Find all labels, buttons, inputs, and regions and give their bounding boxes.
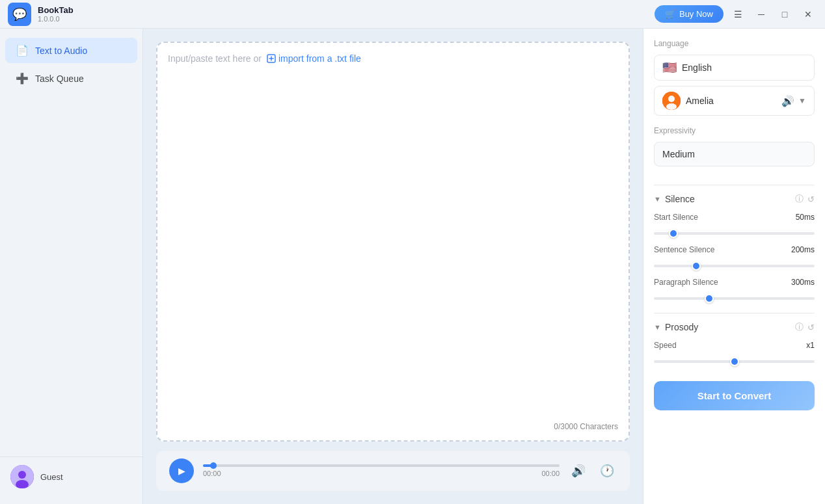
app-name: BookTab	[38, 5, 74, 15]
svg-point-6	[666, 103, 677, 110]
silence-reset-icon[interactable]: ↺	[807, 194, 815, 204]
volume-button[interactable]: 🔊	[569, 461, 588, 481]
prosody-header[interactable]: ▼ Prosody ⓘ ↺	[654, 321, 815, 333]
voice-name: Amelia	[686, 96, 776, 106]
silence-section: ▼ Silence ⓘ ↺ Start Silence 50ms Sentenc…	[654, 193, 815, 302]
maximize-icon: □	[782, 9, 787, 20]
sentence-silence-slider[interactable]	[654, 265, 815, 267]
right-panel: Language 🇺🇸 English Amelia 🔊 ▼ Exp	[643, 29, 825, 504]
app-icon: 💬	[8, 3, 31, 26]
speed-value: x1	[806, 341, 815, 350]
svg-point-1	[18, 471, 26, 479]
time-current: 00:00	[203, 470, 221, 477]
speed-label: Speed	[654, 341, 677, 350]
prosody-collapse-icon: ▼	[654, 323, 661, 331]
title-bar: 💬 BookTab 1.0.0.0 🛒 Buy Now ☰ ─ □ ✕	[0, 0, 825, 29]
time-labels: 00:00 00:00	[203, 470, 560, 477]
start-silence-row: Start Silence 50ms	[654, 213, 815, 237]
silence-info-icon[interactable]: ⓘ	[795, 193, 804, 205]
sentence-silence-label-row: Sentence Silence 200ms	[654, 245, 815, 254]
flag-icon: 🇺🇸	[662, 60, 677, 75]
voice-avatar	[662, 92, 681, 110]
minimize-button[interactable]: ─	[752, 5, 770, 23]
sidebar: 📄 Text to Audio ➕ Task Queue Guest	[0, 29, 143, 504]
divider-1	[654, 185, 815, 185]
sentence-silence-row: Sentence Silence 200ms	[654, 245, 815, 270]
language-name: English	[682, 62, 712, 73]
content-area: Input/paste text here or import from a .…	[143, 29, 643, 504]
paragraph-silence-row: Paragraph Silence 300ms	[654, 278, 815, 302]
text-to-audio-icon: 📄	[16, 44, 29, 57]
start-silence-value: 50ms	[796, 213, 815, 222]
speed-label-row: Speed x1	[654, 341, 815, 350]
main-layout: 📄 Text to Audio ➕ Task Queue Guest Input…	[0, 29, 825, 504]
progress-container: 00:00 00:00	[203, 464, 560, 477]
paragraph-silence-label-row: Paragraph Silence 300ms	[654, 278, 815, 287]
svg-point-5	[668, 96, 675, 102]
import-link[interactable]: import from a .txt file	[267, 53, 361, 64]
silence-collapse-icon: ▼	[654, 195, 661, 203]
menu-icon: ☰	[734, 9, 742, 20]
language-row[interactable]: 🇺🇸 English	[654, 55, 815, 81]
voice-controls: 🔊 ▼	[781, 95, 806, 107]
app-info: 💬 BookTab 1.0.0.0	[8, 3, 74, 26]
start-silence-label: Start Silence	[654, 213, 698, 222]
app-version: 1.0.0.0	[38, 15, 74, 23]
text-placeholder: Input/paste text here or import from a .…	[168, 53, 618, 64]
chevron-down-icon: ▼	[798, 96, 806, 105]
progress-bar-track[interactable]	[203, 464, 560, 467]
prosody-info-icon[interactable]: ⓘ	[795, 321, 804, 333]
sentence-silence-value: 200ms	[791, 245, 815, 254]
play-button[interactable]: ▶	[169, 458, 194, 483]
paragraph-silence-value: 300ms	[791, 278, 815, 287]
language-label: Language	[654, 39, 815, 48]
sidebar-item-text-to-audio[interactable]: 📄 Text to Audio	[5, 38, 137, 63]
app-name-group: BookTab 1.0.0.0	[38, 5, 74, 23]
divider-2	[654, 313, 815, 313]
sidebar-item-label: Text to Audio	[35, 46, 87, 56]
prosody-title: Prosody	[665, 322, 791, 332]
history-icon: 🕐	[600, 464, 614, 477]
avatar	[10, 465, 34, 488]
user-section: Guest	[0, 457, 142, 496]
history-button[interactable]: 🕐	[597, 461, 617, 481]
prosody-reset-icon[interactable]: ↺	[807, 323, 815, 332]
speed-slider[interactable]	[654, 360, 815, 363]
menu-button[interactable]: ☰	[729, 5, 747, 23]
paragraph-silence-label: Paragraph Silence	[654, 278, 718, 287]
window-controls: 🛒 Buy Now ☰ ─ □ ✕	[655, 5, 817, 23]
time-total: 00:00	[541, 470, 560, 477]
speaker-icon: 🔊	[781, 96, 794, 107]
task-queue-icon: ➕	[16, 72, 29, 85]
voice-row[interactable]: Amelia 🔊 ▼	[654, 86, 815, 116]
start-silence-slider[interactable]	[654, 232, 815, 235]
minimize-icon: ─	[758, 9, 764, 20]
sidebar-item-task-queue[interactable]: ➕ Task Queue	[5, 66, 137, 91]
expressivity-label: Expressivity	[654, 126, 815, 135]
close-button[interactable]: ✕	[799, 5, 817, 23]
char-count: 0/3000 Characters	[554, 422, 618, 431]
sidebar-item-label: Task Queue	[35, 73, 84, 84]
buy-now-button[interactable]: 🛒 Buy Now	[655, 5, 724, 23]
audio-player: ▶ 00:00 00:00 🔊 🕐	[156, 451, 630, 491]
user-name: Guest	[40, 472, 63, 482]
progress-bar-fill	[203, 464, 213, 467]
text-input-area[interactable]: Input/paste text here or import from a .…	[156, 42, 630, 442]
volume-icon: 🔊	[571, 464, 586, 477]
start-silence-label-row: Start Silence 50ms	[654, 213, 815, 222]
silence-header[interactable]: ▼ Silence ⓘ ↺	[654, 193, 815, 205]
voice-preview-button[interactable]: 🔊	[781, 95, 794, 107]
sentence-silence-label: Sentence Silence	[654, 245, 714, 254]
paragraph-silence-slider[interactable]	[654, 297, 815, 300]
silence-title: Silence	[665, 194, 791, 204]
prosody-section: ▼ Prosody ⓘ ↺ Speed x1	[654, 321, 815, 365]
expressivity-select[interactable]: Low Medium High	[654, 142, 815, 166]
progress-thumb	[210, 462, 217, 469]
close-icon: ✕	[804, 9, 812, 20]
speed-row: Speed x1	[654, 341, 815, 365]
import-icon	[267, 54, 276, 63]
play-icon: ▶	[178, 466, 185, 476]
start-convert-button[interactable]: Start to Convert	[654, 381, 815, 410]
shopping-cart-icon: 🛒	[665, 9, 675, 19]
maximize-button[interactable]: □	[776, 5, 794, 23]
